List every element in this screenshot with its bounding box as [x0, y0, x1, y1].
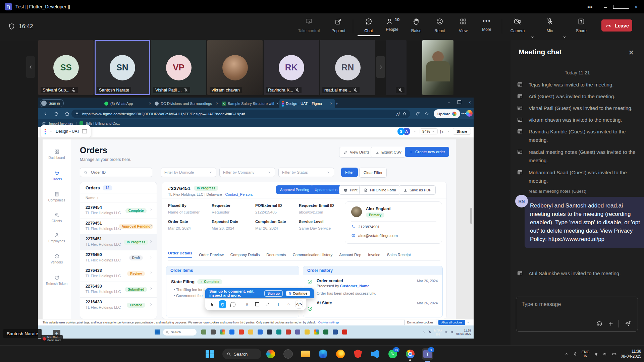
frame-tool-icon[interactable]: # — [244, 300, 251, 308]
back-icon[interactable] — [43, 111, 48, 117]
shared-app-icon[interactable] — [323, 329, 328, 335]
dev-mode-icon[interactable]: </> — [296, 300, 303, 308]
contact-person-link[interactable]: Contact_Person. — [225, 192, 253, 196]
sidebar-item-orders[interactable]: Orders — [43, 170, 71, 181]
chat-close-icon[interactable]: ✕ — [628, 49, 634, 57]
sidebar-item-dashboard[interactable]: Dashboard — [43, 149, 71, 160]
people-button[interactable]: 10 People — [381, 17, 403, 32]
shared-app-icon[interactable] — [305, 329, 310, 335]
window-minimize-button[interactable]: – — [598, 4, 613, 10]
clock[interactable]: 11:3808-04-2025 — [621, 349, 641, 359]
browser-profile-button[interactable]: Sign in — [40, 99, 64, 107]
order-row[interactable]: 2276433TL Flex Holdings LLC Submitted — [80, 282, 157, 298]
shared-app-icon[interactable] — [220, 329, 225, 335]
layout-columns-icon[interactable] — [82, 129, 87, 133]
start-button[interactable] — [204, 348, 215, 360]
browser-minimize-button[interactable]: – — [448, 100, 450, 105]
text-tool-icon[interactable]: T — [275, 300, 282, 308]
url-bar[interactable]: A) — [71, 110, 410, 118]
refresh-icon[interactable] — [54, 111, 59, 117]
bookmark-import-favorites[interactable]: Import favorites — [49, 121, 73, 125]
filter-status-select[interactable]: Filter by Status — [278, 168, 334, 177]
shared-search-box[interactable]: Search — [163, 329, 197, 336]
figma-scrollbar[interactable] — [470, 208, 472, 224]
leave-button[interactable]: Leave — [601, 19, 632, 32]
tab-order-details[interactable]: Order Details — [168, 251, 192, 258]
browser-tab-dc-divisions[interactable]: DC Divisions and Surroundings× — [152, 99, 221, 108]
share-button[interactable]: Share — [570, 17, 592, 33]
comment-tool-icon[interactable] — [229, 300, 236, 308]
raise-hand-button[interactable]: Raise — [405, 17, 427, 33]
send-icon[interactable] — [624, 320, 632, 327]
filter-company-select[interactable]: Filter by Company — [219, 168, 275, 177]
home-icon[interactable] — [64, 111, 70, 117]
shared-app-icon[interactable] — [258, 329, 263, 335]
browser-maximize-button[interactable] — [458, 100, 461, 105]
browser-tab-figma-active[interactable]: Design - UAT – Figma× — [279, 99, 335, 108]
pen-tool-icon[interactable] — [264, 300, 271, 308]
shared-app-icon[interactable] — [229, 329, 234, 335]
allow-cookies-button[interactable]: Allow all cookies — [438, 320, 465, 325]
participant-tile-active-speaker[interactable]: SN Santosh Narate — [95, 40, 150, 95]
chat-input-box[interactable] — [516, 297, 638, 331]
file-explorer-icon[interactable] — [300, 348, 311, 360]
order-row[interactable]: 2276450TL Flex Holdings LLC Draft — [80, 250, 157, 266]
shared-app-icon[interactable] — [201, 329, 206, 335]
tab-communication-history[interactable]: Communication History — [292, 253, 332, 257]
react-button[interactable]: React — [429, 17, 451, 33]
view-drafts-button[interactable]: View Drafts — [339, 147, 374, 158]
tab-close-icon[interactable]: × — [276, 101, 279, 106]
shape-tool-icon[interactable] — [254, 300, 261, 308]
teams-icon-active[interactable]: T 1 — [422, 348, 433, 360]
taskbar-search[interactable]: Search — [222, 349, 261, 359]
mic-button[interactable]: Mic — [539, 17, 561, 33]
strip-scroll-right-button[interactable] — [376, 56, 385, 78]
firefox-icon[interactable] — [335, 348, 346, 360]
shared-app-icon[interactable] — [276, 329, 281, 335]
window-more-button[interactable]: ••• — [582, 4, 598, 10]
tab-order-preview[interactable]: Order Preview — [199, 253, 224, 257]
browser-tab-whatsapp[interactable]: (6) WhatsApp× — [102, 99, 154, 108]
shared-start-icon[interactable] — [155, 329, 160, 335]
cookie-settings-link[interactable]: Cookies settings — [318, 321, 339, 324]
tab-account-rep[interactable]: Account Rep — [339, 253, 361, 257]
tray-chevron-icon[interactable] — [422, 330, 426, 334]
cookie-close-icon[interactable]: × — [467, 321, 469, 324]
export-csv-button[interactable]: Export CSV — [371, 147, 406, 158]
battery-icon[interactable] — [612, 352, 617, 357]
shared-app-icon[interactable] — [267, 329, 272, 335]
language-indicator[interactable]: ENGIN — [582, 350, 590, 358]
window-maximize-button[interactable] — [613, 4, 629, 10]
volume-icon[interactable] — [603, 352, 608, 357]
new-tab-button[interactable]: + — [333, 99, 345, 108]
shared-app-icon[interactable] — [211, 329, 216, 335]
chrome-icon[interactable] — [405, 348, 416, 360]
collaborator-avatar[interactable]: S — [397, 128, 405, 135]
brave-icon[interactable] — [352, 348, 364, 360]
shared-app-icon[interactable] — [239, 329, 244, 335]
shared-app-icon[interactable] — [333, 329, 338, 335]
chat-message-input[interactable] — [521, 301, 630, 308]
filter-button[interactable]: Filter — [341, 168, 358, 177]
favorite-star-icon[interactable] — [402, 112, 407, 116]
sign-up-button[interactable]: Sign up — [264, 290, 283, 297]
order-row[interactable]: 2279451TL Flex Holdings LLC Approval Pen… — [80, 219, 157, 235]
contact-email[interactable]: alex@vstatefilings.com — [358, 234, 398, 238]
clear-filter-button[interactable]: Clear Filter — [359, 168, 387, 178]
tab-close-icon[interactable]: × — [216, 101, 218, 106]
deny-cookies-button[interactable]: Do not allow cookies — [404, 320, 436, 325]
zoom-select[interactable]: 94% — [420, 128, 438, 134]
chevron-down-icon[interactable] — [446, 130, 450, 133]
tray-expand-icon[interactable] — [564, 352, 569, 356]
edge-icon[interactable] — [317, 348, 329, 360]
approval-pending-button[interactable]: Approval Pending — [276, 185, 313, 194]
strip-scroll-left-button[interactable] — [26, 56, 35, 78]
tab-close-icon[interactable]: × — [330, 101, 332, 106]
tab-close-icon[interactable]: × — [149, 101, 151, 106]
order-id-search[interactable] — [80, 168, 152, 177]
attach-plus-icon[interactable] — [607, 320, 614, 327]
hand-tool-icon[interactable] — [219, 300, 226, 308]
tab-invoice[interactable]: Invoice — [368, 253, 380, 257]
vscode-icon[interactable] — [370, 348, 381, 360]
camera-chevron-icon[interactable] — [529, 34, 535, 40]
